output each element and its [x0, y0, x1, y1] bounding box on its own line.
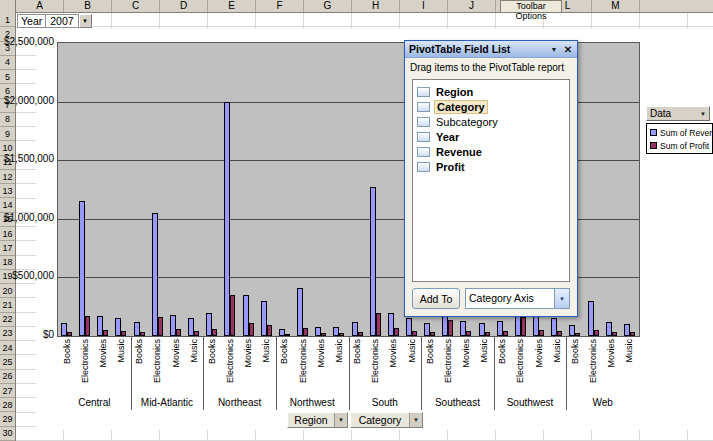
x-axis-category-label: Electronics	[515, 339, 526, 394]
column-header-c[interactable]: C	[112, 0, 160, 12]
add-target-combobox[interactable]: Category Axis ▼	[465, 288, 570, 309]
row-header-1[interactable]: 1	[0, 13, 15, 27]
region-separator	[566, 337, 567, 410]
row-header-16[interactable]: 16	[0, 227, 15, 241]
x-axis-category-label: Music	[189, 339, 200, 394]
dialog-menu-button[interactable]: ▼	[547, 43, 561, 56]
column-header-i[interactable]: I	[400, 0, 448, 12]
field-item-category[interactable]: Category	[413, 99, 569, 114]
x-axis-region-label: Southeast	[421, 396, 494, 410]
x-axis-category-label: Books	[497, 339, 508, 394]
column-header-j[interactable]: J	[448, 0, 496, 12]
region-field-button[interactable]: Region ▼	[287, 412, 348, 428]
bar-profit	[67, 332, 72, 336]
row-header-13[interactable]: 13	[0, 184, 15, 198]
x-axis-category-label: Electronics	[80, 339, 91, 394]
data-field-label: Data	[650, 108, 700, 119]
row-header-27[interactable]: 27	[0, 384, 15, 398]
chevron-down-icon: ▼	[700, 111, 706, 117]
x-axis-category-label: Movies	[243, 339, 254, 394]
x-axis-category-label: Movies	[171, 339, 182, 394]
row-header-26[interactable]: 26	[0, 370, 15, 384]
row-header-17[interactable]: 17	[0, 241, 15, 255]
legend-entry: Sum of Profit	[648, 139, 711, 152]
select-all-corner[interactable]	[0, 0, 16, 13]
y-axis-label: $2,500,000	[0, 36, 54, 47]
row-header-8[interactable]: 8	[0, 113, 15, 127]
x-axis-category-label: Music	[334, 339, 345, 394]
bar-profit	[394, 328, 399, 336]
x-axis-category-label: Books	[134, 339, 145, 394]
field-item-subcategory[interactable]: Subcategory	[413, 114, 569, 129]
dialog-close-button[interactable]: ✕	[561, 43, 575, 56]
chevron-down-icon[interactable]: ▼	[334, 413, 347, 427]
spreadsheet: ABCDEFGHIJKLM 12345678910111213141516171…	[0, 0, 713, 441]
data-field-button[interactable]: Data ▼	[646, 106, 710, 121]
legend-label: Sum of Revenue	[660, 128, 713, 138]
row-header-24[interactable]: 24	[0, 341, 15, 355]
bar-profit	[194, 331, 199, 336]
column-header-m[interactable]: M	[592, 0, 640, 12]
pivottable-field-list-dialog: PivotTable Field List ▼ ✕ Drag items to …	[404, 40, 578, 317]
y-axis-label: $1,500,000	[0, 153, 54, 164]
row-header-18[interactable]: 18	[0, 256, 15, 270]
field-name: Subcategory	[434, 116, 500, 128]
x-axis-category-label: Movies	[388, 339, 399, 394]
region-field-label: Region	[288, 413, 334, 427]
row-header-5[interactable]: 5	[0, 70, 15, 84]
row-header-30[interactable]: 30	[0, 427, 15, 441]
field-item-year[interactable]: Year	[413, 129, 569, 144]
legend-swatch	[650, 129, 657, 136]
category-field-button[interactable]: Category ▼	[350, 412, 423, 428]
bar-profit	[321, 333, 326, 336]
bar-profit	[539, 330, 544, 336]
field-item-revenue[interactable]: Revenue	[413, 144, 569, 159]
row-header-22[interactable]: 22	[0, 313, 15, 327]
row-headers: 1234567891011121314151617181920212223242…	[0, 13, 16, 441]
add-to-button[interactable]: Add To	[412, 288, 460, 309]
column-header-d[interactable]: D	[160, 0, 208, 12]
bar-profit	[503, 331, 508, 336]
bar-profit	[158, 317, 163, 336]
row-header-20[interactable]: 20	[0, 284, 15, 298]
field-item-region[interactable]: Region	[413, 84, 569, 99]
bar-profit	[485, 332, 490, 336]
bar-profit	[285, 334, 290, 336]
region-separator	[494, 337, 495, 410]
x-axis-region-label: Southwest	[494, 396, 567, 410]
row-header-9[interactable]: 9	[0, 127, 15, 141]
bar-profit	[612, 332, 617, 336]
toolbar-options-button[interactable]: Toolbar Options	[500, 0, 562, 13]
x-axis-category-label: Music	[261, 339, 272, 394]
column-header-f[interactable]: F	[256, 0, 304, 12]
year-filter-dropdown[interactable]: ▼	[79, 14, 92, 28]
row-header-12[interactable]: 12	[0, 170, 15, 184]
row-header-4[interactable]: 4	[0, 56, 15, 70]
row-header-28[interactable]: 28	[0, 398, 15, 412]
row-header-25[interactable]: 25	[0, 355, 15, 369]
row-header-21[interactable]: 21	[0, 298, 15, 312]
bar-profit	[103, 330, 108, 336]
x-axis-category-label: Electronics	[298, 339, 309, 394]
row-header-29[interactable]: 29	[0, 412, 15, 426]
chevron-down-icon[interactable]: ▼	[409, 413, 422, 427]
add-target-value: Category Axis	[466, 289, 554, 308]
y-axis-label: $500,000	[0, 270, 54, 281]
column-header-b[interactable]: B	[64, 0, 112, 12]
column-header-h[interactable]: H	[352, 0, 400, 12]
field-name: Profit	[434, 161, 467, 173]
y-axis-label: $2,000,000	[0, 95, 54, 106]
chevron-down-icon[interactable]: ▼	[554, 289, 569, 308]
bar-profit	[430, 332, 435, 336]
column-header-a[interactable]: A	[16, 0, 64, 12]
column-header-g[interactable]: G	[304, 0, 352, 12]
field-item-profit[interactable]: Profit	[413, 159, 569, 174]
x-axis-category-label: Electronics	[588, 339, 599, 394]
column-header-e[interactable]: E	[208, 0, 256, 12]
bar-profit	[448, 320, 453, 336]
x-axis-category-label: Music	[552, 339, 563, 394]
row-header-14[interactable]: 14	[0, 198, 15, 212]
x-axis-region-label: Web	[566, 396, 639, 410]
x-axis-region-label: Central	[58, 396, 131, 410]
x-axis-category-label: Music	[479, 339, 490, 394]
